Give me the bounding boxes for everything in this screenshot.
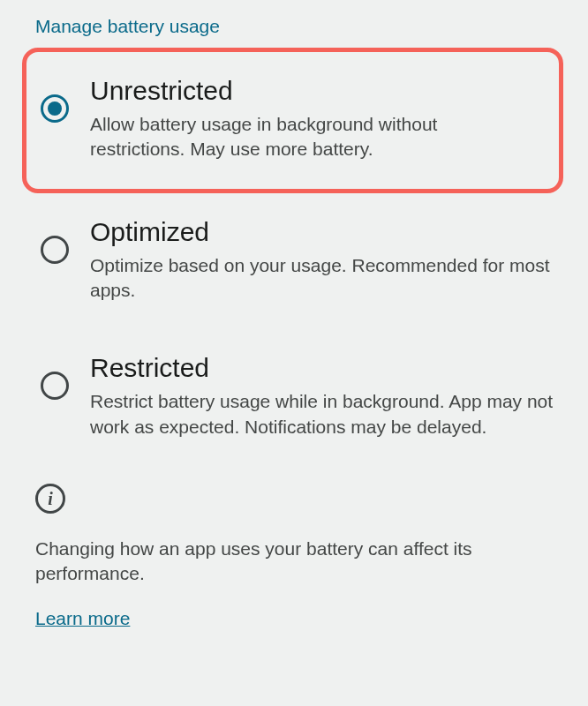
option-optimized[interactable]: Optimized Optimize based on your usage. … (0, 193, 588, 330)
radio-button-selected-icon[interactable] (41, 94, 69, 123)
option-title: Optimized (90, 216, 556, 248)
learn-more-link[interactable]: Learn more (35, 608, 130, 629)
option-text: Unrestricted Allow battery usage in back… (90, 75, 527, 162)
option-restricted[interactable]: Restricted Restrict battery usage while … (0, 329, 588, 466)
option-title: Restricted (90, 352, 556, 384)
info-icon-wrap: i (35, 484, 553, 514)
radio-wrap (35, 216, 74, 264)
highlighted-option-box: Unrestricted Allow battery usage in back… (22, 48, 563, 193)
radio-wrap (35, 75, 74, 123)
radio-wrap (35, 352, 74, 400)
option-title: Unrestricted (90, 75, 527, 107)
option-description: Optimize based on your usage. Recommende… (90, 253, 556, 304)
info-text: Changing how an app uses your battery ca… (35, 537, 553, 587)
option-text: Optimized Optimize based on your usage. … (90, 216, 556, 304)
option-unrestricted[interactable]: Unrestricted Allow battery usage in back… (26, 52, 559, 189)
radio-button-unselected-icon[interactable] (41, 372, 69, 400)
option-description: Restrict battery usage while in backgrou… (90, 389, 556, 439)
info-section: i Changing how an app uses your battery … (0, 466, 588, 629)
radio-button-unselected-icon[interactable] (41, 236, 69, 264)
info-icon: i (35, 484, 65, 514)
option-description: Allow battery usage in background withou… (90, 112, 527, 162)
option-text: Restricted Restrict battery usage while … (90, 352, 556, 439)
section-header: Manage battery usage (0, 0, 588, 48)
